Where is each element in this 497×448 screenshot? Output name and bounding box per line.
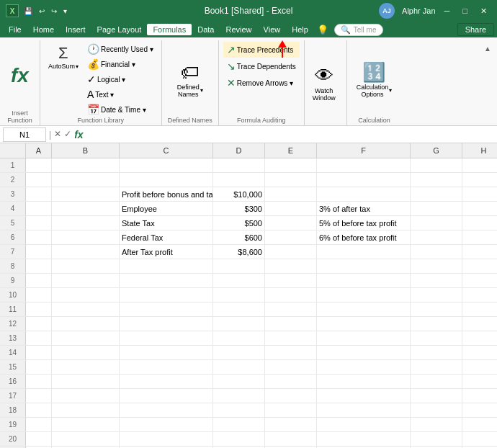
cell-2-H[interactable] bbox=[462, 173, 497, 187]
cell-16-B[interactable] bbox=[52, 375, 120, 388]
menu-review[interactable]: Review bbox=[220, 24, 257, 35]
cell-11-B[interactable] bbox=[52, 303, 120, 316]
row-header-15[interactable]: 15 bbox=[0, 360, 26, 374]
cell-13-E[interactable] bbox=[265, 331, 317, 345]
qa-dropdown-button[interactable]: ▾ bbox=[61, 6, 69, 16]
cell-4-G[interactable] bbox=[411, 202, 462, 215]
cell-16-D[interactable] bbox=[213, 375, 265, 388]
row-header-2[interactable]: 2 bbox=[0, 173, 26, 187]
cell-10-A[interactable] bbox=[26, 288, 52, 302]
row-header-12[interactable]: 12 bbox=[0, 317, 26, 331]
col-header-c[interactable]: C bbox=[120, 143, 213, 158]
cell-1-B[interactable] bbox=[52, 158, 120, 172]
cell-4-D[interactable]: $300 bbox=[213, 202, 265, 215]
cell-18-C[interactable] bbox=[120, 403, 213, 417]
cell-15-E[interactable] bbox=[265, 360, 317, 374]
row-header-6[interactable]: 6 bbox=[0, 230, 26, 244]
cancel-formula-icon[interactable]: ✕ bbox=[54, 129, 61, 140]
cell-8-B[interactable] bbox=[52, 259, 120, 273]
redo-button[interactable]: ↪ bbox=[49, 6, 59, 16]
cell-4-B[interactable] bbox=[52, 202, 120, 215]
cell-9-H[interactable] bbox=[462, 274, 497, 287]
cell-7-C[interactable]: After Tax profit bbox=[120, 245, 213, 259]
remove-arrows-button[interactable]: ✕ Remove Arrows ▾ bbox=[223, 75, 300, 91]
cell-4-H[interactable] bbox=[462, 202, 497, 215]
menu-insert[interactable]: Insert bbox=[60, 24, 91, 35]
cell-10-B[interactable] bbox=[52, 288, 120, 302]
cell-12-D[interactable] bbox=[213, 317, 265, 331]
recently-used-button[interactable]: 🕐 Recently Used ▾ bbox=[84, 42, 157, 56]
cell-4-F[interactable]: 3% of after tax bbox=[317, 202, 411, 215]
row-header-1[interactable]: 1 bbox=[0, 158, 26, 172]
cell-17-D[interactable] bbox=[213, 389, 265, 403]
cell-3-G[interactable] bbox=[411, 187, 462, 201]
text-button[interactable]: A Text ▾ bbox=[84, 87, 157, 102]
cell-3-B[interactable] bbox=[52, 187, 120, 201]
trace-dependents-button[interactable]: ↘ Trace Dependents bbox=[223, 58, 300, 74]
cell-17-H[interactable] bbox=[462, 389, 497, 403]
cell-11-D[interactable] bbox=[213, 303, 265, 316]
cell-2-C[interactable] bbox=[120, 173, 213, 187]
cell-16-C[interactable] bbox=[120, 375, 213, 388]
cell-19-D[interactable] bbox=[213, 418, 265, 431]
undo-button[interactable]: ↩ bbox=[37, 6, 47, 16]
menu-page-layout[interactable]: Page Layout bbox=[91, 24, 148, 35]
cell-7-A[interactable] bbox=[26, 245, 52, 259]
cell-20-D[interactable] bbox=[213, 432, 265, 446]
cell-17-G[interactable] bbox=[411, 389, 462, 403]
cell-6-B[interactable] bbox=[52, 230, 120, 244]
cell-6-C[interactable]: Federal Tax bbox=[120, 230, 213, 244]
cell-18-A[interactable] bbox=[26, 403, 52, 417]
cell-8-D[interactable] bbox=[213, 259, 265, 273]
cell-17-B[interactable] bbox=[52, 389, 120, 403]
cell-13-A[interactable] bbox=[26, 331, 52, 345]
cell-11-A[interactable] bbox=[26, 303, 52, 316]
close-button[interactable]: ✕ bbox=[476, 5, 491, 17]
cell-15-C[interactable] bbox=[120, 360, 213, 374]
cell-13-H[interactable] bbox=[462, 331, 497, 345]
cell-19-F[interactable] bbox=[317, 418, 411, 431]
cell-20-F[interactable] bbox=[317, 432, 411, 446]
cell-13-C[interactable] bbox=[120, 331, 213, 345]
cell-19-C[interactable] bbox=[120, 418, 213, 431]
formula-input[interactable] bbox=[86, 130, 494, 140]
cell-13-B[interactable] bbox=[52, 331, 120, 345]
col-header-g[interactable]: G bbox=[411, 143, 462, 158]
cell-2-D[interactable] bbox=[213, 173, 265, 187]
cell-19-H[interactable] bbox=[462, 418, 497, 431]
ribbon-expand-button[interactable]: ▲ bbox=[481, 43, 494, 54]
cell-16-E[interactable] bbox=[265, 375, 317, 388]
cell-5-D[interactable]: $500 bbox=[213, 216, 265, 230]
cell-2-F[interactable] bbox=[317, 173, 411, 187]
cell-9-A[interactable] bbox=[26, 274, 52, 287]
cell-9-C[interactable] bbox=[120, 274, 213, 287]
cell-4-C[interactable]: Employee bbox=[120, 202, 213, 215]
row-header-8[interactable]: 8 bbox=[0, 259, 26, 273]
cell-7-F[interactable] bbox=[317, 245, 411, 259]
cell-6-D[interactable]: $600 bbox=[213, 230, 265, 244]
row-header-18[interactable]: 18 bbox=[0, 403, 26, 417]
cell-17-A[interactable] bbox=[26, 389, 52, 403]
cell-10-G[interactable] bbox=[411, 288, 462, 302]
cell-16-G[interactable] bbox=[411, 375, 462, 388]
cell-13-F[interactable] bbox=[317, 331, 411, 345]
row-header-3[interactable]: 3 bbox=[0, 187, 26, 201]
restore-button[interactable]: □ bbox=[458, 5, 472, 17]
cell-14-G[interactable] bbox=[411, 346, 462, 359]
cell-15-B[interactable] bbox=[52, 360, 120, 374]
cell-11-F[interactable] bbox=[317, 303, 411, 316]
col-header-b[interactable]: B bbox=[52, 143, 120, 158]
cell-3-C[interactable]: Profit before bonus and tax bbox=[120, 187, 213, 201]
cell-16-F[interactable] bbox=[317, 375, 411, 388]
cell-11-E[interactable] bbox=[265, 303, 317, 316]
insert-function-button[interactable]: fx bbox=[6, 62, 34, 89]
cell-1-F[interactable] bbox=[317, 158, 411, 172]
cell-5-H[interactable] bbox=[462, 216, 497, 230]
cell-10-F[interactable] bbox=[317, 288, 411, 302]
cell-2-E[interactable] bbox=[265, 173, 317, 187]
cell-17-C[interactable] bbox=[120, 389, 213, 403]
cell-20-H[interactable] bbox=[462, 432, 497, 446]
fx-formula-icon[interactable]: fx bbox=[74, 129, 83, 140]
cell-9-G[interactable] bbox=[411, 274, 462, 287]
trace-precedents-button[interactable]: ↗ Trace Precedents bbox=[223, 42, 300, 58]
